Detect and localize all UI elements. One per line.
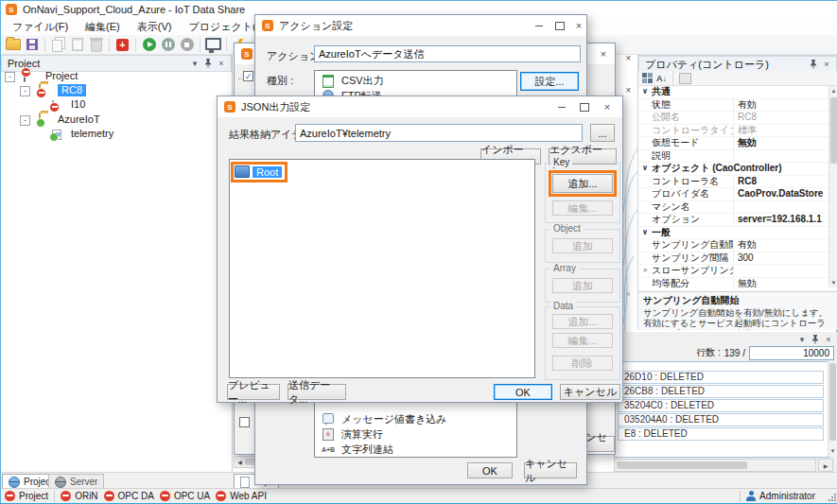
maximize-icon[interactable]: [552, 19, 567, 32]
list-item-csv[interactable]: CSV出力: [318, 74, 384, 88]
start-icon[interactable]: [141, 37, 157, 53]
monitor-icon[interactable]: [205, 37, 221, 53]
save-icon[interactable]: [24, 37, 40, 53]
scrollbar-thumb[interactable]: [617, 461, 747, 469]
menu-edit[interactable]: 編集(E): [78, 19, 128, 35]
tree-item-i10[interactable]: I10: [1, 97, 233, 112]
delete-icon[interactable]: [88, 37, 104, 53]
property-row[interactable]: プロバイダ名CaoProv.DataStore: [638, 188, 828, 201]
scroll-right-button[interactable]: ▶: [818, 459, 833, 472]
log-entry[interactable]: 35204C0 : DELETED: [618, 399, 824, 412]
panel-menu-icon[interactable]: ▾: [188, 58, 201, 69]
pin-icon[interactable]: [201, 58, 215, 69]
browse-button[interactable]: ...: [590, 124, 615, 142]
scroll-down-icon[interactable]: ▼: [829, 278, 837, 287]
cancel-button[interactable]: キャンセル: [524, 462, 577, 478]
property-row[interactable]: オプションserver=192.168.1.1: [638, 214, 828, 227]
menu-file[interactable]: ファイル(F): [5, 19, 76, 35]
add-action-icon[interactable]: +: [114, 37, 131, 53]
property-group-row[interactable]: ∨一般: [638, 227, 828, 240]
list-item-message-write[interactable]: メッセージ値書き込み: [318, 412, 447, 426]
log-scrollbar-horizontal[interactable]: [614, 459, 816, 472]
scrollbar-thumb[interactable]: [829, 363, 836, 441]
property-row[interactable]: 公開名RC8: [638, 112, 828, 125]
settings-button[interactable]: 設定...: [520, 72, 579, 91]
key-edit-button[interactable]: 編集...: [552, 200, 613, 216]
pin-icon[interactable]: [807, 59, 820, 70]
minimize-icon[interactable]: [554, 100, 569, 113]
property-row[interactable]: マシン名: [638, 201, 828, 215]
array-add-button[interactable]: 追加: [552, 278, 613, 293]
preview-button[interactable]: プレビュー...: [227, 384, 280, 400]
property-row-expandable[interactable]: >スローサンプリング: [638, 265, 828, 278]
list-item-concat[interactable]: A+B 文字列連結: [318, 443, 393, 457]
property-group-row[interactable]: ∨共通: [638, 86, 828, 99]
property-pages-icon[interactable]: [679, 73, 691, 84]
maximize-icon[interactable]: [577, 100, 592, 113]
scroll-up-icon[interactable]: ▲: [829, 86, 837, 96]
close-icon[interactable]: ×: [571, 19, 586, 32]
scroll-down-icon[interactable]: ▼: [828, 446, 837, 456]
collapse-icon[interactable]: -: [20, 86, 30, 96]
panel-menu-icon[interactable]: ▾: [795, 334, 809, 345]
property-grid-scrollbar[interactable]: ▲ ▼: [828, 86, 837, 287]
copy-icon[interactable]: [50, 37, 66, 53]
tree-item-rc8[interactable]: - RC8: [1, 83, 233, 97]
property-row[interactable]: 状態有効: [638, 99, 828, 113]
scrollbar-thumb[interactable]: [830, 97, 837, 164]
property-group-row[interactable]: ∨オブジェクト (CaoController): [638, 163, 828, 176]
row-limit-input[interactable]: [749, 346, 834, 360]
close-icon[interactable]: ×: [596, 47, 611, 61]
pause-icon[interactable]: [160, 37, 176, 53]
object-add-button[interactable]: 追加: [552, 238, 613, 253]
json-tree[interactable]: Root: [229, 159, 535, 378]
data-add-button[interactable]: 追加...: [552, 314, 613, 329]
tree-item-root[interactable]: Root: [235, 165, 282, 178]
property-row[interactable]: 均等配分無効: [638, 278, 828, 288]
log-entry[interactable]: E8 : DELETED: [618, 427, 824, 441]
close-icon[interactable]: ×: [822, 334, 835, 345]
log-entry[interactable]: 26CB8 : DELETED: [618, 385, 824, 398]
key-add-button[interactable]: 追加...: [552, 174, 613, 193]
folder-icon: [39, 113, 41, 125]
property-row[interactable]: サンプリング間隔300: [638, 252, 828, 266]
log-entry[interactable]: 26D10 : DELETED: [618, 371, 824, 384]
send-data-button[interactable]: 送信データ...: [288, 384, 346, 400]
action-name-input[interactable]: [314, 45, 581, 62]
ok-button[interactable]: OK: [494, 384, 552, 400]
data-delete-button[interactable]: 削除: [552, 356, 613, 371]
property-row[interactable]: コントローラタイプ標準: [638, 125, 828, 138]
pin-icon[interactable]: [809, 334, 822, 345]
property-row[interactable]: 仮想モード無効: [638, 137, 828, 150]
log-entry[interactable]: 035204A0 : DELETED: [618, 413, 824, 426]
tree-item-azureiot[interactable]: - AzureIoT: [1, 113, 233, 127]
log-scrollbar-vertical[interactable]: ▼: [828, 361, 837, 456]
property-row[interactable]: 説明: [638, 150, 828, 164]
data-edit-button[interactable]: 編集...: [552, 333, 613, 348]
stop-icon[interactable]: [179, 37, 195, 53]
tree-item-telemetry[interactable]: W telemetry: [1, 127, 233, 141]
list-item-calc[interactable]: ± 演算実行: [318, 427, 383, 442]
open-folder-icon[interactable]: [5, 37, 21, 53]
hidden-panel-close-icon[interactable]: ×: [622, 53, 635, 65]
property-row[interactable]: コントローラ名RC8: [638, 176, 828, 189]
resize-grip[interactable]: [828, 494, 836, 501]
property-row[interactable]: サンプリング自動開始有効: [638, 239, 828, 252]
ok-button[interactable]: OK: [467, 462, 513, 478]
cancel-button[interactable]: キャンセル: [560, 384, 620, 400]
dialog-title: JSON出力設定: [241, 100, 310, 114]
hidden-panel-close-icon[interactable]: ×: [622, 85, 635, 97]
close-icon[interactable]: ×: [215, 58, 228, 69]
menu-view[interactable]: 表示(V): [130, 19, 180, 35]
close-icon[interactable]: ×: [820, 59, 833, 70]
tree-item-project[interactable]: - Project: [1, 69, 233, 83]
collapse-icon[interactable]: -: [5, 72, 15, 82]
minimize-icon[interactable]: [532, 19, 547, 32]
paste-icon[interactable]: [69, 37, 85, 53]
collapse-icon[interactable]: -: [20, 115, 30, 126]
close-icon[interactable]: ×: [600, 100, 615, 113]
categorized-icon[interactable]: [642, 73, 653, 83]
result-item-input[interactable]: [295, 124, 583, 142]
sort-alphabetical-icon[interactable]: A↓: [656, 74, 667, 83]
trigger-checkbox-checked[interactable]: ✓: [243, 71, 253, 81]
